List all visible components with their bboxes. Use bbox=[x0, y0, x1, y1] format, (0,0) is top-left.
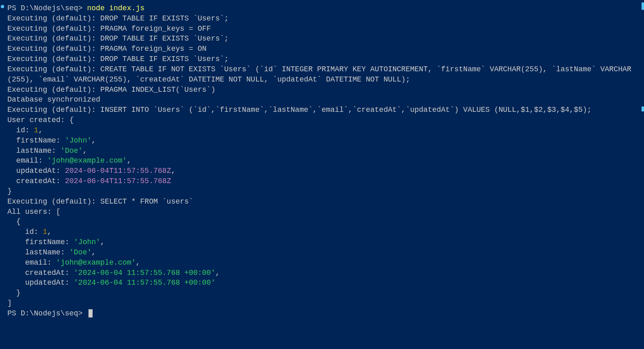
output-line: id: 1, bbox=[7, 125, 637, 136]
key-text: createdAt: bbox=[7, 177, 65, 185]
output-line: Executing (default): PRAGMA foreign_keys… bbox=[7, 44, 637, 54]
key-text: id: bbox=[7, 228, 43, 236]
scrollbar-mark[interactable] bbox=[642, 107, 644, 111]
string-value: 'john@example.com' bbox=[56, 258, 136, 267]
prompt-indicator-icon bbox=[1, 5, 4, 8]
output-line: Executing (default): DROP TABLE IF EXIST… bbox=[7, 14, 637, 24]
key-text: firstName: bbox=[7, 136, 65, 145]
prompt-line[interactable]: PS D:\Nodejs\seq> bbox=[7, 308, 637, 319]
comma: , bbox=[39, 126, 43, 134]
number-value: 1 bbox=[43, 228, 47, 236]
output-line: email: 'john@example.com', bbox=[7, 156, 637, 166]
comma: , bbox=[127, 156, 132, 165]
comma: , bbox=[171, 167, 176, 175]
comma: , bbox=[47, 228, 52, 236]
output-line: createdAt: '2024-06-04 11:57:55.768 +00:… bbox=[7, 268, 637, 278]
string-value: 'John' bbox=[65, 136, 91, 145]
key-text: firstName: bbox=[7, 238, 74, 246]
output-line: lastName: 'Doe', bbox=[7, 146, 637, 156]
comma: , bbox=[91, 248, 96, 256]
cursor-icon bbox=[88, 309, 93, 317]
output-line: Executing (default): CREATE TABLE IF NOT… bbox=[7, 64, 637, 85]
output-line: Executing (default): PRAGMA INDEX_LIST(`… bbox=[7, 85, 637, 95]
output-line: id: 1, bbox=[7, 227, 637, 237]
comma: , bbox=[91, 136, 96, 145]
comma: , bbox=[215, 269, 220, 277]
command-text: node index.js bbox=[87, 4, 144, 12]
output-line: firstName: 'John', bbox=[7, 237, 637, 247]
key-text: email: bbox=[7, 258, 56, 267]
output-line: email: 'john@example.com', bbox=[7, 258, 637, 268]
output-line: { bbox=[7, 217, 637, 227]
prompt-line: PS D:\Nodejs\seq> node index.js bbox=[7, 3, 637, 14]
scrollbar-mark[interactable] bbox=[642, 2, 644, 10]
output-line: } bbox=[7, 186, 637, 197]
key-text: createdAt: bbox=[7, 269, 74, 277]
output-line: lastName: 'Doe', bbox=[7, 247, 637, 258]
output-line: Executing (default): DROP TABLE IF EXIST… bbox=[7, 34, 637, 44]
output-line: Executing (default): INSERT INTO `Users`… bbox=[7, 105, 637, 115]
output-line: All users: [ bbox=[7, 207, 637, 217]
key-text: updatedAt: bbox=[7, 167, 65, 175]
string-value: '2024-06-04 11:57:55.768 +00:00' bbox=[74, 279, 215, 287]
prompt-path: PS D:\Nodejs\seq> bbox=[7, 309, 87, 317]
comma: , bbox=[100, 238, 105, 246]
string-value: 'john@example.com' bbox=[47, 156, 127, 165]
date-value: 2024-06-04T11:57:55.768Z bbox=[65, 177, 171, 185]
key-text: lastName: bbox=[7, 147, 61, 155]
string-value: 'John' bbox=[74, 238, 100, 246]
output-line: Database synchronized bbox=[7, 95, 637, 105]
string-value: 'Doe' bbox=[69, 248, 91, 256]
key-text: updatedAt: bbox=[7, 279, 74, 287]
string-value: 'Doe' bbox=[61, 147, 83, 155]
output-line: Executing (default): PRAGMA foreign_keys… bbox=[7, 24, 637, 34]
output-line: Executing (default): SELECT * FROM `user… bbox=[7, 197, 637, 207]
comma: , bbox=[136, 258, 140, 267]
prompt-path: PS D:\Nodejs\seq> bbox=[7, 4, 87, 12]
comma: , bbox=[83, 147, 87, 155]
key-text: email: bbox=[7, 156, 47, 165]
output-line: ] bbox=[7, 298, 637, 308]
output-line: User created: { bbox=[7, 115, 637, 125]
terminal-output[interactable]: PS D:\Nodejs\seq> node index.js Executin… bbox=[7, 3, 637, 319]
key-text: id: bbox=[7, 126, 34, 134]
output-line: updatedAt: 2024-06-04T11:57:55.768Z, bbox=[7, 166, 637, 176]
output-line: firstName: 'John', bbox=[7, 136, 637, 146]
output-line: Executing (default): DROP TABLE IF EXIST… bbox=[7, 54, 637, 64]
string-value: '2024-06-04 11:57:55.768 +00:00' bbox=[74, 269, 215, 277]
number-value: 1 bbox=[34, 126, 39, 134]
date-value: 2024-06-04T11:57:55.768Z bbox=[65, 167, 171, 175]
output-line: updatedAt: '2024-06-04 11:57:55.768 +00:… bbox=[7, 278, 637, 288]
output-line: } bbox=[7, 288, 637, 298]
output-line: createdAt: 2024-06-04T11:57:55.768Z bbox=[7, 176, 637, 186]
key-text: lastName: bbox=[7, 248, 69, 256]
